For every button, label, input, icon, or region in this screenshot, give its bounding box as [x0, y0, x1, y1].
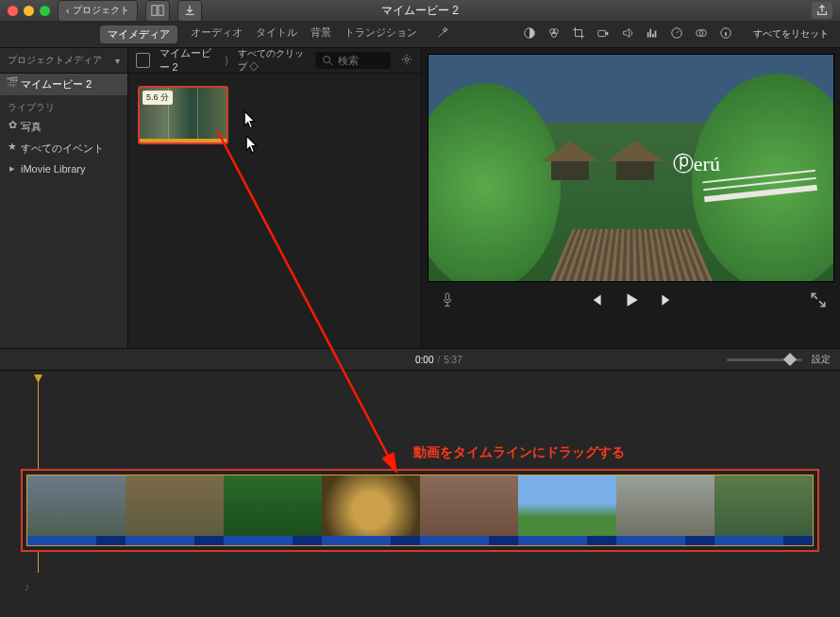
tab-backgrounds[interactable]: 背景	[311, 25, 331, 43]
enhance-wand-button[interactable]	[436, 26, 449, 42]
media-clip-thumbnail[interactable]: 5.6 分	[138, 86, 228, 144]
overlap-circles-icon	[695, 26, 708, 40]
timeline-thumbnail	[224, 475, 322, 545]
transport-controls	[422, 282, 840, 320]
sidebar-item-label: すべてのイベント	[21, 142, 104, 154]
tab-audio[interactable]: オーディオ	[191, 25, 243, 43]
layout-toggle-button[interactable]	[145, 0, 170, 22]
svg-rect-1	[159, 6, 163, 16]
sidebar-item-imovie-library[interactable]: ▸ iMovie Library	[0, 159, 127, 178]
timeline-settings-button[interactable]: 設定	[812, 353, 831, 366]
close-window-button[interactable]	[8, 6, 18, 16]
media-tabs: マイメディア オーディオ タイトル 背景 トランジション	[100, 25, 417, 43]
sidebar-project-item[interactable]: 🎬 マイムービー 2	[0, 74, 127, 95]
play-icon	[623, 292, 640, 308]
brand-watermark: ⓟerú	[673, 150, 720, 178]
browser-header: マイムービー 2 すべてのクリップ ◇ 検索	[128, 48, 421, 74]
clip-filter-dropdown[interactable]: すべてのクリップ ◇	[238, 47, 307, 74]
search-input[interactable]: 検索	[315, 52, 391, 69]
crop-icon	[572, 26, 585, 40]
svg-rect-13	[445, 293, 449, 300]
tab-my-media[interactable]: マイメディア	[100, 25, 177, 43]
main-toolbar: マイメディア オーディオ タイトル 背景 トランジション すべてをリセット	[0, 21, 840, 48]
sidebar-collapse-button[interactable]: ▾	[115, 56, 120, 66]
sidebar-item-photos[interactable]: ✿ 写真	[0, 116, 127, 138]
flower-icon: ✿	[8, 120, 17, 129]
star-icon: ★	[8, 142, 17, 151]
browser-layout-button[interactable]	[136, 53, 150, 68]
color-balance-button[interactable]	[523, 26, 536, 42]
color-balance-icon	[523, 26, 536, 40]
play-button[interactable]	[623, 292, 640, 310]
timeline-thumbnail	[616, 475, 714, 545]
noise-reduction-button[interactable]	[646, 26, 659, 42]
breadcrumb-separator-icon	[225, 55, 228, 67]
prev-button[interactable]	[587, 292, 604, 310]
clip-filter-button[interactable]	[695, 26, 708, 42]
audio-track-icon: ♪	[25, 581, 40, 592]
adjustment-tools: すべてをリセット	[523, 26, 832, 42]
timeline-thumbnail	[126, 475, 224, 545]
timeline-clip-highlight	[21, 469, 819, 552]
crop-button[interactable]	[572, 26, 585, 42]
timeline-clip[interactable]	[26, 475, 814, 546]
reset-all-button[interactable]: すべてをリセット	[753, 27, 829, 41]
color-correction-button[interactable]	[547, 26, 561, 42]
timeline-thumbnail	[27, 475, 126, 545]
timeline[interactable]: 動画をタイムラインにドラッグする ♪	[0, 371, 840, 617]
timeline-zoom-slider[interactable]	[727, 359, 802, 361]
timeline-thumbnail	[714, 475, 813, 545]
current-time: 0:00	[415, 355, 433, 365]
speed-button[interactable]	[670, 26, 683, 42]
layout-columns-icon	[151, 4, 164, 17]
total-time: 5:37	[444, 355, 462, 365]
search-placeholder: 検索	[338, 54, 359, 68]
skip-back-icon	[587, 292, 604, 308]
cursor-icon	[244, 110, 257, 127]
speaker-icon	[621, 26, 634, 40]
timecode-bar: 0:00 / 5:37 設定	[0, 348, 840, 371]
expand-icon	[810, 292, 827, 308]
microphone-icon	[439, 292, 456, 308]
share-button[interactable]	[812, 2, 832, 19]
svg-point-12	[405, 58, 409, 61]
tab-titles[interactable]: タイトル	[256, 25, 297, 43]
library-sidebar: プロジェクトメディア ▾ 🎬 マイムービー 2 ライブラリ ✿ 写真 ★ すべて…	[0, 48, 128, 348]
tab-transitions[interactable]: トランジション	[344, 25, 417, 43]
minimize-window-button[interactable]	[24, 6, 34, 16]
sidebar-header: プロジェクトメディア ▾	[0, 48, 127, 74]
camera-icon	[596, 26, 610, 40]
sidebar-header-label: プロジェクトメディア	[8, 54, 102, 67]
breadcrumb[interactable]: マイムービー 2	[160, 46, 215, 75]
window-controls	[8, 6, 50, 16]
fullscreen-button[interactable]	[810, 292, 827, 310]
media-browser: マイムービー 2 すべてのクリップ ◇ 検索 5.6 分	[128, 48, 422, 348]
palette-icon	[547, 26, 561, 40]
clapper-icon: 🎬	[8, 77, 17, 87]
import-button[interactable]	[177, 0, 202, 22]
info-button[interactable]	[719, 26, 732, 42]
svg-point-11	[324, 57, 330, 63]
annotation-instruction: 動画をタイムラインにドラッグする	[413, 444, 625, 461]
timeline-thumbnail	[420, 475, 518, 545]
back-to-projects-button[interactable]: ‹プロジェクト	[58, 0, 138, 22]
back-label: プロジェクト	[73, 4, 129, 17]
sidebar-group-library: ライブラリ	[0, 95, 127, 116]
equalizer-icon	[646, 26, 659, 40]
sidebar-item-all-events[interactable]: ★ すべてのイベント	[0, 138, 127, 159]
window-titlebar: ‹プロジェクト マイムービー 2	[0, 0, 840, 21]
next-button[interactable]	[659, 292, 676, 310]
zoom-window-button[interactable]	[40, 6, 50, 16]
svg-rect-0	[152, 6, 157, 16]
gear-icon	[400, 53, 413, 66]
download-arrow-icon	[183, 4, 196, 17]
sidebar-project-label: マイムービー 2	[21, 78, 92, 90]
stabilization-button[interactable]	[596, 26, 610, 42]
preview-viewer: ⓟerú	[422, 48, 840, 348]
search-icon	[321, 54, 334, 67]
preview-canvas[interactable]: ⓟerú	[428, 54, 834, 282]
browser-settings-button[interactable]	[400, 53, 413, 68]
voiceover-button[interactable]	[439, 292, 456, 310]
timeline-thumbnail	[322, 475, 420, 545]
volume-button[interactable]	[621, 26, 634, 42]
